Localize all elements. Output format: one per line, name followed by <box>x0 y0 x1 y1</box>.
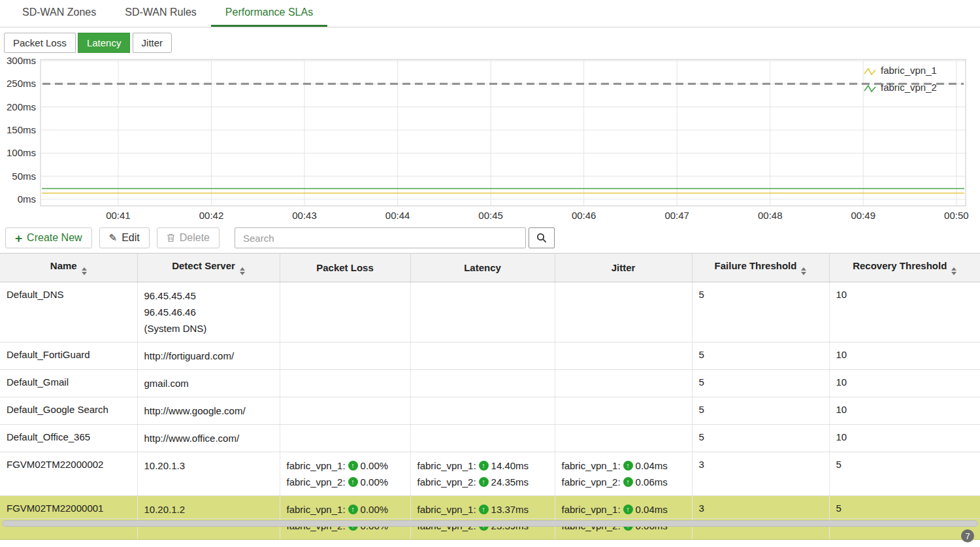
link-up-icon: ↑ <box>348 505 358 514</box>
row-count-badge: 7 <box>961 529 974 542</box>
svg-text:00:45: 00:45 <box>478 210 503 221</box>
failure-threshold-cell: 3 <box>692 496 829 540</box>
link-name: fabric_vpn_1: <box>417 501 476 518</box>
metric-toggle-group: Packet Loss Latency Jitter <box>0 27 980 56</box>
failure-threshold-cell: 5 <box>692 370 829 397</box>
detect-server-line: 96.45.45.45 <box>144 288 273 304</box>
failure-threshold-cell: 5 <box>692 282 829 342</box>
metric-value: 0.04ms <box>636 501 668 518</box>
link-name: fabric_vpn_2: <box>287 474 346 490</box>
sla-name-cell: FGVM02TM22000002 <box>0 452 137 496</box>
sort-icon <box>801 267 806 275</box>
search-bar <box>235 227 555 248</box>
link-name: fabric_vpn_1: <box>417 457 476 474</box>
latency-cell: fabric_vpn_1:↑13.37msfabric_vpn_2:↑23.39… <box>410 496 555 540</box>
link-up-icon: ↑ <box>479 461 489 471</box>
scrollbar-thumb[interactable] <box>2 520 978 527</box>
table-header-row: NameDetect ServerPacket LossLatencyJitte… <box>0 254 980 282</box>
column-header-label: Latency <box>464 262 501 273</box>
jitter-entry: fabric_vpn_1:↑0.04ms <box>562 501 685 518</box>
svg-text:300ms: 300ms <box>7 57 36 66</box>
sort-icon <box>951 267 956 275</box>
packet-loss-entry: fabric_vpn_2:↑0.00% <box>287 474 404 490</box>
detect-server-cell: 96.45.45.4596.45.46.46(System DNS) <box>137 282 280 342</box>
column-header-jitter: Jitter <box>555 254 692 282</box>
svg-text:50ms: 50ms <box>12 171 36 182</box>
create-new-button[interactable]: + Create New <box>5 227 92 248</box>
horizontal-scrollbar[interactable] <box>2 520 978 527</box>
sort-icon <box>240 267 245 275</box>
detect-server-line: 10.20.1.2 <box>144 501 273 518</box>
table-row[interactable]: Default_DNS 96.45.45.4596.45.46.46(Syste… <box>0 282 980 342</box>
delete-button[interactable]: Delete <box>157 227 220 248</box>
column-header-failure-threshold[interactable]: Failure Threshold <box>692 254 829 282</box>
column-header-detect-server[interactable]: Detect Server <box>137 254 280 282</box>
latency-cell <box>410 425 555 452</box>
recovery-threshold-cell: 10 <box>829 370 980 397</box>
detect-server-line: http://fortiguard.com/ <box>144 348 273 364</box>
column-header-name[interactable]: Name <box>0 254 137 282</box>
svg-text:0ms: 0ms <box>18 193 36 205</box>
detect-server-line: http://www.google.com/ <box>144 403 273 419</box>
detect-server-cell: gmail.com <box>137 370 280 397</box>
metric-value: 0.00% <box>361 474 389 490</box>
table-row[interactable]: Default_Google Search http://www.google.… <box>0 397 980 425</box>
svg-text:200ms: 200ms <box>7 101 36 112</box>
latency-entry: fabric_vpn_1:↑14.40ms <box>417 457 548 474</box>
link-name: fabric_vpn_1: <box>562 501 621 518</box>
recovery-threshold-cell: 5 <box>829 496 980 540</box>
link-up-icon: ↑ <box>623 505 633 514</box>
svg-text:00:44: 00:44 <box>385 210 410 221</box>
latency-chart-svg: 300ms250ms200ms150ms100ms50ms0ms00:4100:… <box>0 57 977 222</box>
metric-tab-packet-loss[interactable]: Packet Loss <box>4 33 76 53</box>
latency-chart: 300ms250ms200ms150ms100ms50ms0ms00:4100:… <box>0 57 980 222</box>
svg-text:fabric_vpn_2: fabric_vpn_2 <box>881 82 937 93</box>
metric-tab-latency[interactable]: Latency <box>78 33 131 53</box>
latency-cell: fabric_vpn_1:↑14.40msfabric_vpn_2:↑24.35… <box>410 452 555 496</box>
metric-tab-jitter[interactable]: Jitter <box>133 33 172 53</box>
packet-loss-cell <box>280 425 410 452</box>
sla-name-cell: Default_Gmail <box>0 370 137 397</box>
table-row[interactable]: Default_Gmail gmail.com 5 10 <box>0 370 980 397</box>
table-toolbar: + Create New ✎ Edit Delete <box>0 222 980 253</box>
detect-server-cell: 10.20.1.2 <box>137 496 280 540</box>
jitter-cell: fabric_vpn_1:↑0.04msfabric_vpn_2:↑0.06ms <box>555 452 692 496</box>
latency-cell <box>410 342 555 370</box>
table-row[interactable]: Default_FortiGuard http://fortiguard.com… <box>0 342 980 370</box>
svg-text:00:42: 00:42 <box>199 210 224 221</box>
tab-performance-slas[interactable]: Performance SLAs <box>211 0 327 27</box>
table-row[interactable]: Default_Office_365 http://www.office.com… <box>0 425 980 452</box>
edit-button[interactable]: ✎ Edit <box>99 227 150 248</box>
detect-server-cell: http://www.office.com/ <box>137 425 280 452</box>
search-input[interactable] <box>235 227 526 248</box>
column-header-label: Detect Server <box>172 260 235 271</box>
column-header-recovery-threshold[interactable]: Recovery Threshold <box>829 254 980 282</box>
packet-loss-cell <box>280 397 410 425</box>
svg-text:00:47: 00:47 <box>664 210 689 221</box>
recovery-threshold-cell: 10 <box>829 425 980 452</box>
jitter-cell <box>555 370 692 397</box>
metric-value: 0.04ms <box>636 457 668 474</box>
svg-text:00:46: 00:46 <box>572 210 596 221</box>
sla-table: NameDetect ServerPacket LossLatencyJitte… <box>0 253 980 540</box>
search-button[interactable] <box>529 227 555 248</box>
sla-name-cell: Default_DNS <box>0 282 137 342</box>
metric-value: 14.40ms <box>491 457 529 474</box>
tab-sdwan-rules[interactable]: SD-WAN Rules <box>110 0 211 27</box>
bottom-separator <box>0 518 980 519</box>
sort-icon <box>82 267 87 275</box>
svg-text:00:43: 00:43 <box>292 210 317 221</box>
column-header-label: Recovery Threshold <box>853 260 947 271</box>
detect-server-line: gmail.com <box>144 375 273 391</box>
recovery-threshold-cell: 10 <box>829 282 980 342</box>
table-row[interactable]: FGVM02TM22000002 10.20.1.3 fabric_vpn_1:… <box>0 452 980 496</box>
packet-loss-cell <box>280 370 410 397</box>
tab-sdwan-zones[interactable]: SD-WAN Zones <box>8 0 110 27</box>
metric-value: 0.00% <box>361 501 389 518</box>
recovery-threshold-cell: 10 <box>829 342 980 370</box>
packet-loss-cell <box>280 282 410 342</box>
link-up-icon: ↑ <box>479 477 489 487</box>
packet-loss-entry: fabric_vpn_1:↑0.00% <box>287 501 404 518</box>
failure-threshold-cell: 5 <box>692 397 829 425</box>
table-row[interactable]: FGVM02TM22000001 10.20.1.2 fabric_vpn_1:… <box>0 496 980 540</box>
